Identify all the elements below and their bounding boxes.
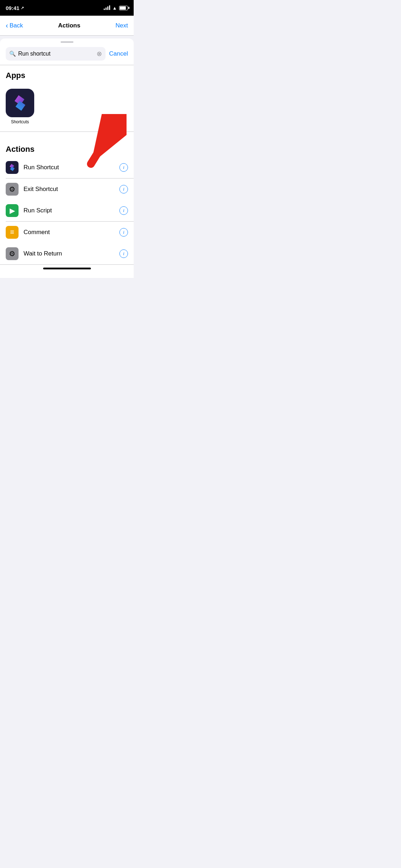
shortcuts-app-icon: [6, 89, 34, 117]
wait-to-return-info-button[interactable]: i: [119, 249, 128, 258]
run-shortcut-container: Run Shortcut i: [0, 157, 134, 178]
run-shortcut-info-button[interactable]: i: [119, 163, 128, 172]
wait-to-return-icon: ⚙: [6, 247, 19, 260]
back-label: Back: [10, 22, 23, 29]
wifi-icon: ▲: [112, 5, 117, 11]
battery-icon: [119, 6, 128, 10]
run-shortcut-label: Run Shortcut: [24, 164, 114, 171]
gear-icon: ⚙: [9, 185, 15, 193]
terminal-icon: ▶: [10, 206, 15, 215]
sheet-handle: [61, 41, 73, 43]
page-title: Actions: [58, 22, 80, 29]
status-right: ▲: [104, 5, 128, 11]
exit-shortcut-label: Exit Shortcut: [24, 186, 114, 193]
clear-search-icon[interactable]: ⊗: [97, 50, 102, 58]
signal-icon: [104, 6, 110, 10]
apps-section: Apps: [0, 65, 134, 132]
status-left: 09:41 ↗: [6, 5, 24, 11]
wait-to-return-label: Wait to Return: [24, 250, 114, 257]
run-script-label: Run Script: [24, 207, 114, 214]
search-bar: 🔍 ⊗ Cancel: [0, 47, 134, 65]
exit-shortcut-item[interactable]: ⚙ Exit Shortcut i: [0, 179, 134, 200]
wait-to-return-item[interactable]: ⚙ Wait to Return i: [0, 243, 134, 264]
run-shortcut-icon: [6, 161, 19, 174]
run-script-icon: ▶: [6, 204, 19, 217]
sheet-area: 🔍 ⊗ Cancel Apps: [0, 36, 134, 278]
shortcuts-app-label: Shortcuts: [11, 119, 29, 124]
apps-section-header: Apps: [0, 65, 134, 83]
comment-label: Comment: [24, 229, 114, 236]
run-script-item[interactable]: ▶ Run Script i: [0, 200, 134, 221]
exit-shortcut-info-button[interactable]: i: [119, 185, 128, 193]
home-bar: [43, 268, 91, 269]
sheet-container: 🔍 ⊗ Cancel Apps: [0, 38, 134, 278]
actions-section: Actions: [0, 139, 134, 265]
shortcuts-svg-icon: [9, 92, 31, 114]
exit-shortcut-icon: ⚙: [6, 183, 19, 196]
comment-info-button[interactable]: i: [119, 228, 128, 237]
app-item-shortcuts[interactable]: Shortcuts: [6, 89, 34, 124]
location-icon: ↗: [21, 6, 24, 10]
run-shortcut-item[interactable]: Run Shortcut i: [0, 157, 134, 178]
run-script-info-button[interactable]: i: [119, 206, 128, 215]
status-bar: 09:41 ↗ ▲: [0, 0, 134, 16]
search-field-wrapper[interactable]: 🔍 ⊗: [6, 47, 106, 61]
comment-item[interactable]: ≡ Comment i: [0, 222, 134, 243]
apps-grid: Shortcuts: [0, 83, 134, 131]
status-time: 09:41: [6, 5, 19, 11]
home-indicator: [0, 265, 134, 278]
comment-icon: ≡: [6, 226, 19, 239]
chevron-left-icon: ‹: [6, 21, 8, 30]
actions-section-header: Actions: [0, 139, 134, 157]
section-divider-2: [0, 131, 134, 132]
search-icon: 🔍: [9, 51, 16, 57]
search-input[interactable]: [18, 51, 94, 57]
nav-bar: ‹ Back Actions Next: [0, 16, 134, 36]
comment-lines-icon: ≡: [10, 228, 14, 236]
back-button[interactable]: ‹ Back: [6, 21, 23, 30]
cancel-button[interactable]: Cancel: [109, 50, 128, 57]
gear-icon-2: ⚙: [9, 249, 15, 258]
next-button[interactable]: Next: [115, 22, 128, 29]
